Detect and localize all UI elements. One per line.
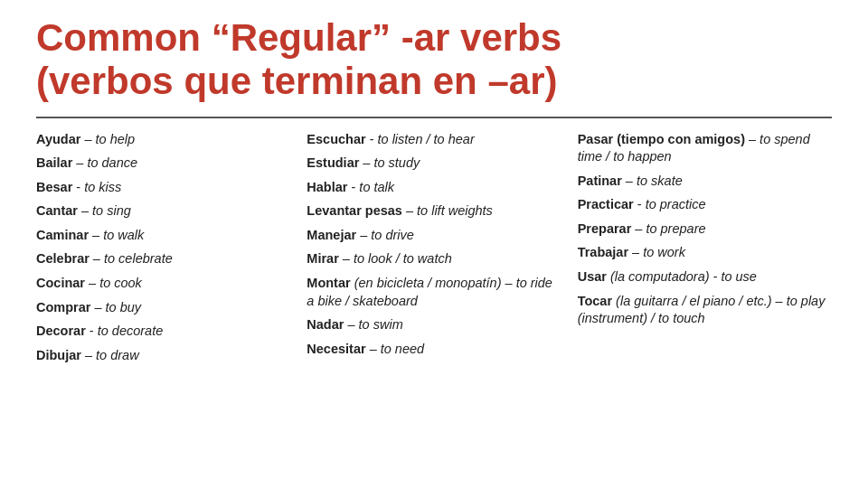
verb-item: Montar (en bicicleta / monopatín) – to r… <box>307 275 561 310</box>
page: Common “Regular” -ar verbs (verbos que t… <box>0 0 868 488</box>
verb-item: Nadar – to swim <box>307 316 561 334</box>
verb-item: Manejar – to drive <box>307 227 561 245</box>
verb-item: Estudiar – to study <box>307 155 561 173</box>
verb-item: Patinar – to skate <box>578 173 832 191</box>
verb-item: Trabajar – to work <box>578 244 832 262</box>
verb-item: Escuchar - to listen / to hear <box>307 131 561 149</box>
verb-item: Besar - to kiss <box>36 179 290 197</box>
verb-item: Celebrar – to celebrate <box>36 250 290 268</box>
verb-item: Tocar (la guitarra / el piano / etc.) – … <box>578 293 832 328</box>
verb-columns: Ayudar – to helpBailar – to danceBesar -… <box>36 131 832 371</box>
verb-item: Decorar - to decorate <box>36 323 290 341</box>
verb-item: Practicar - to practice <box>578 196 832 214</box>
column-3: Pasar (tiempo con amigos) – to spend tim… <box>578 131 832 371</box>
page-title: Common “Regular” -ar verbs (verbos que t… <box>36 16 832 104</box>
verb-item: Hablar - to talk <box>307 179 561 197</box>
verb-item: Preparar – to prepare <box>578 221 832 239</box>
verb-item: Dibujar – to draw <box>36 347 290 365</box>
column-1: Ayudar – to helpBailar – to danceBesar -… <box>36 131 307 371</box>
verb-item: Caminar – to walk <box>36 227 290 245</box>
verb-item: Ayudar – to help <box>36 131 290 149</box>
verb-item: Cocinar – to cook <box>36 275 290 293</box>
verb-item: Cantar – to sing <box>36 202 290 221</box>
verb-item: Levantar pesas – to lift weights <box>307 202 561 221</box>
verb-item: Usar (la computadora) - to use <box>578 268 832 286</box>
title-divider <box>36 117 832 118</box>
column-2: Escuchar - to listen / to hearEstudiar –… <box>307 131 577 371</box>
verb-item: Necesitar – to need <box>307 341 561 359</box>
verb-item: Comprar – to buy <box>36 299 290 317</box>
verb-item: Mirar – to look / to watch <box>307 250 561 268</box>
verb-item: Pasar (tiempo con amigos) – to spend tim… <box>578 131 832 166</box>
verb-item: Bailar – to dance <box>36 155 290 173</box>
